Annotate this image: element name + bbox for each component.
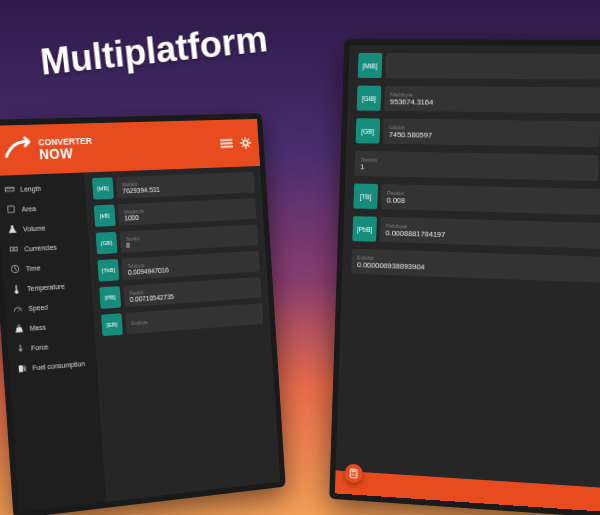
fuel-icon (17, 363, 27, 374)
unit-chip[interactable]: [GB] (96, 232, 118, 255)
field-value: 7450.580597 (389, 130, 594, 142)
sidebar-item-label: Mass (30, 323, 47, 331)
cash-icon (9, 244, 19, 254)
field-row: Terabit 1 [PB] (354, 151, 600, 182)
ruler-icon (4, 184, 14, 194)
sidebar-item-label: Temperature (27, 282, 65, 291)
sidebar-item-label: Currencies (24, 243, 57, 252)
value-field[interactable]: Terabit 8 (120, 224, 258, 252)
calculator-button[interactable] (344, 463, 363, 483)
svg-rect-5 (8, 206, 14, 213)
sidebar-item-label: Time (25, 264, 40, 272)
unit-chip[interactable]: [GiB] (357, 86, 382, 111)
sidebar-item-label: Force (31, 343, 49, 351)
field-value: 953674.3164 (390, 97, 595, 108)
unit-chip[interactable]: [PbB] (352, 216, 377, 242)
menu-icon[interactable] (220, 137, 233, 151)
field-row: [GiB] Mebibyte 953674.3164 [bMb] (357, 86, 600, 114)
svg-point-3 (243, 140, 248, 145)
unit-chip[interactable]: [TkB] (97, 259, 119, 282)
sidebar-item-label: Volume (23, 224, 46, 232)
content-left: [MB] Mebibit 7629394.531 [kB] Megabyte 1… (84, 166, 280, 502)
value-field[interactable]: Exabyte (125, 303, 263, 334)
svg-point-7 (13, 248, 15, 250)
value-field[interactable]: Terabit 1 (354, 151, 599, 181)
value-field[interactable]: Gibibit 7450.580597 (383, 119, 600, 148)
value-field[interactable] (385, 53, 600, 80)
thermo-icon (11, 284, 21, 295)
svg-rect-6 (10, 247, 18, 251)
svg-point-14 (353, 473, 354, 474)
field-row: Exbibit 0.000006938893904 (351, 249, 600, 284)
svg-point-13 (351, 473, 352, 474)
svg-point-18 (355, 475, 356, 476)
svg-rect-0 (220, 139, 232, 141)
field-label (391, 66, 600, 67)
field-row: [MiB] (358, 53, 600, 80)
svg-rect-1 (220, 142, 232, 144)
unit-chip[interactable]: [MB] (92, 177, 114, 199)
sidebar-item-label: Fuel consumption (32, 360, 85, 371)
device-right: [MiB] [GiB] Mebibyte 953674.3164 [bMb] [… (329, 39, 600, 515)
field-row: [EB] Exabyte (101, 303, 263, 336)
svg-point-16 (351, 475, 352, 476)
svg-rect-10 (19, 365, 24, 372)
value-field[interactable]: Mebibyte 953674.3164 (384, 86, 600, 114)
field-row: [PbB] Pebibyte 0.0008881784197 (352, 216, 600, 249)
field-row: [GB] Terabit 8 (96, 224, 259, 254)
square-icon (6, 204, 16, 214)
unit-chip[interactable]: [GB] (356, 118, 381, 143)
field-row: [TB] Petabit 0.008 (353, 183, 600, 215)
field-row: [MB] Mebibit 7629394.531 (92, 172, 255, 200)
unit-chip[interactable]: [TB] (353, 183, 378, 209)
field-value (391, 66, 600, 67)
unit-chip[interactable]: [EB] (101, 313, 123, 336)
field-row: [GB] Gibibit 7450.580597 [TB] (356, 118, 600, 148)
flask-icon (7, 224, 17, 234)
app-logo-icon (1, 134, 34, 167)
field-label: Exabyte (131, 311, 257, 326)
svg-rect-12 (351, 470, 356, 472)
value-field[interactable]: Megabyte 1000 (118, 198, 257, 226)
sidebar-item-label: Area (21, 205, 36, 213)
device-left: CONVERTER NOW LengthAreaVolumeCurrencies… (0, 113, 286, 515)
content-right: [MiB] [GiB] Mebibyte 953674.3164 [bMb] [… (336, 45, 600, 489)
svg-rect-2 (220, 146, 232, 148)
value-field[interactable]: Exbibit 0.000006938893904 (351, 249, 600, 284)
unit-chip[interactable]: [kB] (94, 205, 116, 227)
clock-icon (10, 264, 20, 275)
sidebar-item-label: Speed (28, 303, 48, 311)
weight-icon (14, 323, 24, 334)
field-row: [TkB] Tebibyte 0.0094947016 (97, 251, 259, 282)
unit-chip[interactable]: [MiB] (358, 53, 383, 78)
value-field[interactable]: Pebibyte 0.0008881784197 (380, 217, 600, 250)
headline: Multiplatform (38, 18, 269, 84)
value-field[interactable]: Mebibit 7629394.531 (116, 172, 255, 199)
force-icon (15, 343, 25, 354)
value-field[interactable]: Tebibyte 0.0094947016 (122, 251, 260, 280)
sidebar-item-label: Length (20, 185, 41, 193)
field-row: [kB] Megabyte 1000 (94, 198, 257, 227)
unit-chip[interactable]: [PB] (99, 286, 121, 309)
speed-icon (13, 303, 23, 314)
app-logo-text: CONVERTER NOW (38, 136, 93, 160)
svg-point-17 (353, 475, 354, 476)
gear-icon[interactable] (239, 136, 252, 150)
svg-point-9 (18, 325, 21, 328)
svg-point-15 (355, 473, 356, 474)
value-field[interactable]: Petabit 0.00710542735 (123, 277, 261, 307)
value-field[interactable]: Petabit 0.008 (381, 184, 600, 215)
